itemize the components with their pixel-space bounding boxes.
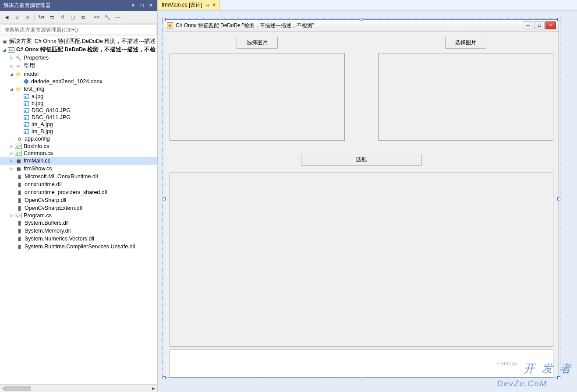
document-tabbar: frmMain.cs [设计] ⫤ ✕: [158, 0, 577, 11]
file-dll[interactable]: |||System.Runtime.CompilerServices.Unsaf…: [0, 243, 157, 251]
picturebox-right[interactable]: [378, 53, 553, 141]
tab-frmmain-design[interactable]: frmMain.cs [设计] ⫤ ✕: [158, 0, 220, 10]
file-dll[interactable]: |||System.Memory.dll: [0, 227, 157, 235]
expander-icon[interactable]: ▷: [9, 213, 14, 218]
form-body: 选择图片 选择图片 匹配: [164, 32, 559, 378]
references-icon: ▪▫: [15, 63, 22, 70]
file-dll[interactable]: |||Microsoft.ML.OnnxRuntime.dll: [0, 173, 157, 180]
sync-icon[interactable]: ⎋: [23, 12, 32, 22]
image-icon: [24, 122, 29, 127]
dropdown-icon[interactable]: ▾: [130, 3, 136, 9]
file-dll[interactable]: |||System.Numerics.Vectors.dll: [0, 235, 157, 243]
expander-icon[interactable]: ▷: [9, 151, 14, 156]
file-image[interactable]: im_A.jpg: [0, 121, 157, 128]
horizontal-scrollbar[interactable]: ◀ ▶: [0, 384, 157, 392]
solution-node[interactable]: ▣ 解决方案 'C# Onnx 特征匹配 DeDoDe 检测，不描述---描述: [0, 37, 157, 46]
winform-frmmain[interactable]: ▦ C# Onnx 特征匹配 DeDoDe "检测，不描述---描述，不检测" …: [164, 19, 559, 378]
picturebox-left[interactable]: [170, 53, 345, 141]
pin-icon[interactable]: ⊓: [139, 3, 145, 9]
back-icon[interactable]: ◀: [2, 12, 11, 22]
scroll-right-icon[interactable]: ▶: [149, 385, 157, 392]
output-textbox[interactable]: [170, 350, 553, 378]
close-icon[interactable]: ✕: [148, 3, 154, 9]
maximize-button[interactable]: ☐: [534, 21, 545, 29]
config-icon: ⚙: [16, 135, 23, 142]
solution-explorer: 解决方案资源管理器 ▾ ⊓ ✕ ◀ ⌂ ⎋ ↻▾ ⇆ ↺ ▢ ⧉ <> 🔧 —: [0, 0, 158, 392]
search-input[interactable]: [1, 25, 156, 35]
file-dll[interactable]: |||onnxruntime_providers_shared.dll: [0, 188, 157, 196]
file-onnx[interactable]: dedode_end2end_1024.onnx: [0, 78, 157, 85]
image-icon: [24, 94, 29, 99]
form-titlebar: ▦ C# Onnx 特征匹配 DeDoDe "检测，不描述---描述，不检测" …: [164, 20, 559, 32]
resize-handle[interactable]: [557, 18, 560, 21]
select-image-left-button[interactable]: 选择图片: [237, 37, 278, 49]
form-icon: ▦: [15, 165, 22, 172]
design-surface[interactable]: ▦ C# Onnx 特征匹配 DeDoDe "检测，不描述---描述，不检测" …: [158, 11, 577, 392]
panel-title-bar: 解决方案资源管理器 ▾ ⊓ ✕: [0, 0, 157, 11]
file-dll[interactable]: |||System.Buffers.dll: [0, 219, 157, 227]
copy-icon[interactable]: ⧉: [78, 12, 88, 22]
folder-icon: 📁: [15, 85, 22, 92]
references-node[interactable]: ▷ ▪▫ 引用: [0, 62, 157, 70]
wrench-icon[interactable]: 🔧: [103, 12, 112, 22]
file-dll[interactable]: |||OpenCvSharpExtern.dll: [0, 204, 157, 212]
folder-test-img[interactable]: ◢ 📁 test_img: [0, 85, 157, 93]
expander-icon[interactable]: ▷: [9, 144, 14, 149]
match-button[interactable]: 匹配: [301, 154, 422, 166]
expander-icon[interactable]: ◢: [9, 86, 14, 92]
close-icon[interactable]: ✕: [212, 2, 216, 8]
solution-tree[interactable]: ▣ 解决方案 'C# Onnx 特征匹配 DeDoDe 检测，不描述---描述 …: [0, 36, 157, 384]
dll-icon: |||: [16, 205, 23, 212]
collapse-icon[interactable]: ⇆: [47, 12, 57, 22]
file-image[interactable]: DSC_0410.JPG: [0, 107, 157, 114]
file-image[interactable]: im_B.jpg: [0, 128, 157, 135]
resize-handle[interactable]: [163, 18, 166, 21]
expander-icon[interactable]: ▷: [9, 166, 14, 171]
pin-icon[interactable]: ⫤: [205, 3, 209, 7]
show-all-icon[interactable]: ↺: [57, 12, 67, 22]
file-appconfig[interactable]: ⚙app.config: [0, 135, 157, 143]
picturebox-result[interactable]: [170, 173, 553, 347]
project-node[interactable]: ◢ C# C# Onnx 特征匹配 DeDoDe 检测，不描述---描述，不检: [0, 46, 157, 54]
doc-icon[interactable]: ▢: [68, 12, 78, 22]
image-icon: [24, 108, 29, 113]
file-image[interactable]: DSC_0411.JPG: [0, 114, 157, 121]
file-frmmain[interactable]: ▷▦frmMain.cs: [0, 157, 157, 165]
file-frmshow[interactable]: ▷▦frmShow.cs: [0, 165, 157, 173]
more-icon[interactable]: —: [113, 12, 123, 22]
code-icon[interactable]: <>: [92, 12, 102, 22]
dll-icon: |||: [16, 197, 23, 204]
file-dll[interactable]: |||onnxruntime.dll: [0, 180, 157, 188]
close-button[interactable]: ✕: [545, 21, 556, 29]
minimize-button[interactable]: —: [523, 21, 533, 29]
dll-icon: |||: [16, 227, 23, 234]
image-icon: [24, 101, 29, 106]
select-image-right-button[interactable]: 选择图片: [445, 37, 486, 49]
file-cs[interactable]: ▷C#BoxInfo.cs: [0, 143, 157, 150]
expander-icon[interactable]: ▷: [9, 64, 14, 69]
dll-icon: |||: [16, 235, 23, 242]
dll-icon: |||: [16, 243, 23, 250]
dll-icon: |||: [16, 189, 23, 196]
expander-icon[interactable]: ◢: [9, 71, 14, 77]
file-cs[interactable]: ▷C#Program.cs: [0, 212, 157, 219]
expander-icon[interactable]: ▷: [9, 158, 14, 163]
scroll-thumb[interactable]: [4, 386, 31, 391]
file-dll[interactable]: |||OpenCvSharp.dll: [0, 196, 157, 204]
solution-icon: ▣: [2, 38, 7, 45]
expander-icon[interactable]: ▷: [9, 55, 14, 60]
folder-model[interactable]: ◢ 📁 model: [0, 70, 157, 78]
resize-handle[interactable]: [360, 18, 363, 21]
file-image[interactable]: a.jpg: [0, 93, 157, 100]
properties-node[interactable]: ▷ 🔧 Properties: [0, 54, 157, 62]
file-image[interactable]: b.jpg: [0, 100, 157, 107]
image-icon: [24, 115, 29, 120]
refresh-icon[interactable]: ↻▾: [36, 12, 46, 22]
file-cs[interactable]: ▷C#Common.cs: [0, 150, 157, 157]
explorer-toolbar: ◀ ⌂ ⎋ ↻▾ ⇆ ↺ ▢ ⧉ <> 🔧 —: [0, 11, 157, 24]
panel-title-text: 解决方案资源管理器: [4, 2, 51, 9]
expander-icon[interactable]: ◢: [2, 47, 7, 53]
app-icon: ▦: [167, 22, 173, 28]
form-icon: ▦: [15, 157, 22, 164]
home-icon[interactable]: ⌂: [12, 12, 22, 22]
